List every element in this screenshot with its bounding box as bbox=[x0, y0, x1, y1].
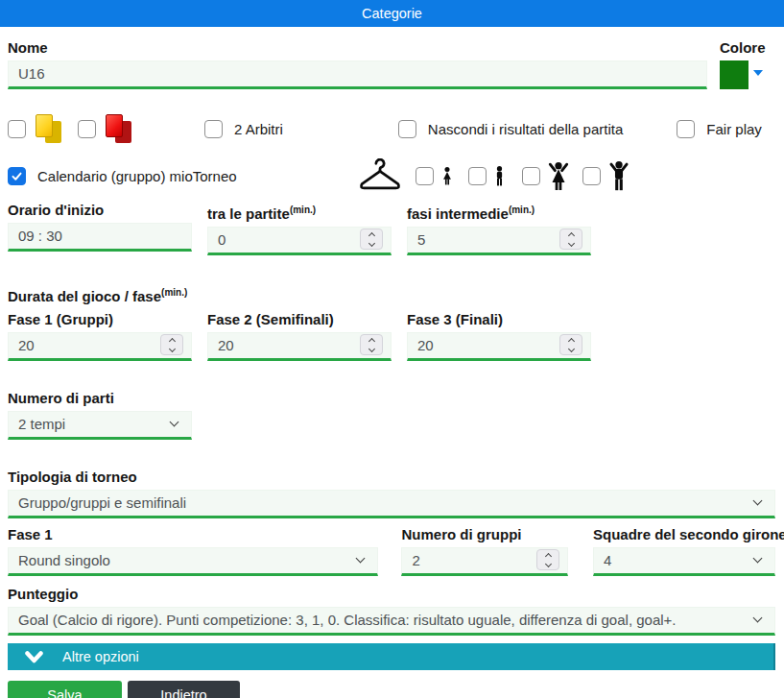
fasi-intermedie-label: fasi intermedie bbox=[407, 205, 509, 222]
tra-partite-input[interactable]: 0 bbox=[207, 227, 392, 255]
fasi-intermedie-input[interactable]: 5 bbox=[407, 227, 591, 255]
fase2-semifinali-spinner[interactable] bbox=[360, 334, 383, 355]
fase3-finali-input[interactable]: 20 bbox=[407, 332, 591, 361]
numero-gruppi-spinner[interactable] bbox=[536, 549, 559, 570]
fasi-intermedie-spinner[interactable] bbox=[559, 229, 582, 250]
fase1-gruppi-label: Fase 1 (Gruppi) bbox=[8, 311, 192, 328]
chevron-down-icon bbox=[753, 614, 763, 623]
tra-partite-spinner[interactable] bbox=[360, 229, 383, 250]
indietro-button[interactable]: Indietro bbox=[128, 681, 240, 698]
chevron-down-icon bbox=[25, 651, 43, 663]
tra-partite-label: tra le partite bbox=[207, 205, 290, 222]
altre-opzioni-label: Altre opzioni bbox=[62, 649, 139, 664]
durata-unit: (min.) bbox=[161, 287, 187, 298]
man-icon bbox=[608, 161, 630, 191]
fase3-finali-spinner[interactable] bbox=[559, 334, 582, 355]
color-swatch[interactable] bbox=[720, 60, 748, 89]
arbitri-checkbox-group[interactable]: 2 Arbitri bbox=[204, 120, 283, 138]
arbitri-label: 2 Arbitri bbox=[234, 121, 283, 137]
fase1-gruppi-input[interactable]: 20 bbox=[8, 332, 192, 361]
chevron-down-icon bbox=[356, 554, 366, 564]
page-title: Categorie bbox=[362, 6, 422, 21]
nome-input[interactable] bbox=[8, 60, 707, 89]
arbitri-checkbox[interactable] bbox=[204, 120, 223, 138]
durata-label: Durata del gioco / fase bbox=[8, 288, 161, 304]
fase2-semifinali-input[interactable]: 20 bbox=[207, 332, 392, 361]
squadre-label: Squadre del secondo girone bbox=[593, 526, 775, 543]
fase1-label: Fase 1 bbox=[8, 526, 378, 543]
nascondi-checkbox-group[interactable]: Nascondi i risultati della partita bbox=[398, 120, 623, 138]
orario-label: Orario d'inizio bbox=[8, 202, 192, 219]
tipologia-label: Tipologia di torneo bbox=[8, 469, 775, 486]
chevron-down-icon bbox=[170, 418, 179, 427]
tipologia-select[interactable]: Gruppo/gruppi e semifinali bbox=[8, 490, 775, 518]
numero-gruppi-input[interactable]: 2 bbox=[401, 547, 568, 576]
numero-parti-label: Numero di parti bbox=[8, 390, 192, 407]
fasi-intermedie-unit: (min.) bbox=[509, 205, 535, 215]
chevron-down-icon bbox=[753, 554, 763, 564]
nascondi-label: Nascondi i risultati della partita bbox=[428, 121, 623, 137]
fairplay-label: Fair play bbox=[706, 121, 762, 137]
red-card-icon bbox=[106, 114, 131, 143]
tra-partite-unit: (min.) bbox=[290, 205, 316, 215]
check-icon bbox=[11, 170, 23, 182]
nome-label: Nome bbox=[8, 39, 707, 57]
punteggio-label: Punteggio bbox=[8, 586, 775, 603]
numero-gruppi-label: Numero di gruppi bbox=[401, 526, 568, 543]
numero-parti-select[interactable]: 2 tempi bbox=[8, 411, 192, 440]
yellow-card-checkbox[interactable] bbox=[8, 120, 26, 138]
punteggio-select[interactable]: Goal (Calcio di rigore). Punti competizi… bbox=[8, 607, 775, 636]
calendario-checkbox-group[interactable]: Calendario (gruppo) mioTorneo bbox=[8, 167, 237, 185]
fairplay-checkbox[interactable] bbox=[677, 120, 695, 138]
calendario-checkbox[interactable] bbox=[8, 167, 26, 185]
fase2-semifinali-label: Fase 2 (Semifinali) bbox=[207, 311, 392, 328]
orario-input[interactable]: 09 : 30 bbox=[8, 223, 192, 252]
boy-checkbox[interactable] bbox=[468, 167, 487, 185]
color-dropdown-icon[interactable] bbox=[753, 70, 763, 76]
chevron-down-icon bbox=[753, 496, 763, 506]
yellow-card-icon bbox=[36, 114, 61, 143]
squadre-select[interactable]: 4 bbox=[593, 547, 775, 576]
calendario-label: Calendario (gruppo) mioTorneo bbox=[37, 168, 237, 184]
man-checkbox[interactable] bbox=[582, 167, 601, 185]
fase1-gruppi-spinner[interactable] bbox=[160, 334, 183, 355]
colore-label: Colore bbox=[720, 39, 766, 57]
fairplay-checkbox-group[interactable]: Fair play bbox=[677, 120, 762, 138]
girl-icon bbox=[441, 167, 453, 185]
hanger-icon bbox=[358, 158, 402, 193]
category-form: Nome Colore 2 Arbitri Nascondi i risulta… bbox=[0, 27, 784, 698]
salva-button[interactable]: Salva bbox=[8, 681, 122, 698]
girl-checkbox[interactable] bbox=[416, 167, 434, 185]
fase1-select[interactable]: Round singolo bbox=[8, 547, 378, 576]
woman-icon bbox=[548, 162, 569, 190]
boy-icon bbox=[494, 166, 505, 186]
nascondi-checkbox[interactable] bbox=[398, 120, 416, 138]
fase3-finali-label: Fase 3 (Finali) bbox=[407, 311, 591, 328]
woman-checkbox[interactable] bbox=[522, 167, 540, 185]
header-bar: Categorie bbox=[0, 0, 784, 27]
red-card-checkbox[interactable] bbox=[78, 120, 96, 138]
altre-opzioni-bar[interactable]: Altre opzioni bbox=[8, 643, 775, 670]
